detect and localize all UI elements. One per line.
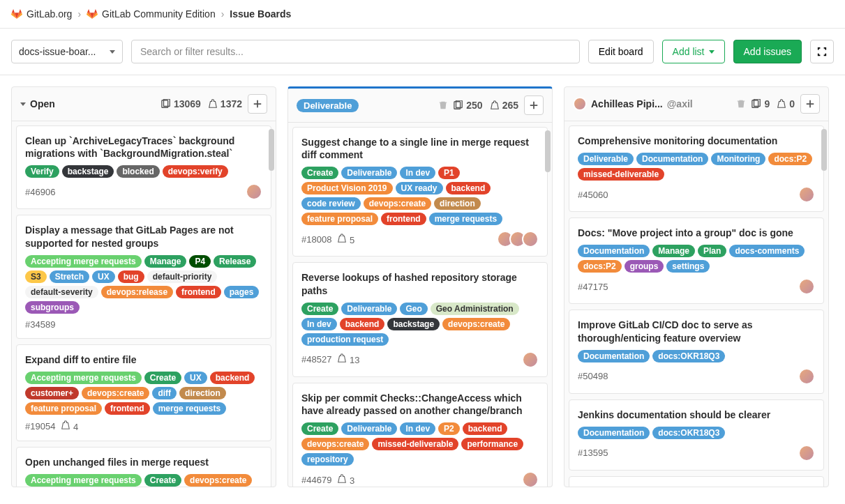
issue-label[interactable]: Create bbox=[301, 303, 338, 315]
issue-label[interactable]: devops:create bbox=[364, 197, 431, 210]
issue-label[interactable]: Deliverable bbox=[341, 167, 397, 179]
issue-label[interactable]: code review bbox=[301, 197, 361, 210]
issue-label[interactable]: groups bbox=[625, 260, 664, 273]
column-body[interactable]: Clean up `ArchiveLegacyTraces` backgroun… bbox=[12, 121, 276, 487]
issue-label[interactable]: diff bbox=[152, 387, 177, 399]
issue-label[interactable]: performance bbox=[461, 438, 523, 450]
scrollbar[interactable] bbox=[269, 129, 274, 171]
issue-card[interactable]: Improve GitLab CI/CD doc to serve as tho… bbox=[569, 310, 824, 393]
issue-label[interactable]: customer+ bbox=[25, 387, 79, 399]
assignee-avatars[interactable] bbox=[798, 445, 815, 461]
issue-label[interactable]: docs:OKR18Q3 bbox=[652, 350, 725, 362]
issue-label[interactable]: backstage bbox=[387, 318, 440, 330]
issue-label[interactable]: Accepting merge requests bbox=[25, 255, 142, 268]
issue-label[interactable]: merge requests bbox=[153, 402, 226, 415]
issue-label[interactable]: Create bbox=[144, 474, 181, 487]
issue-label[interactable]: docs-comments bbox=[729, 245, 805, 257]
issue-label[interactable]: docs:OKR18Q3 bbox=[652, 427, 725, 439]
issue-label[interactable]: merge requests bbox=[429, 213, 502, 225]
breadcrumb-project[interactable]: GitLab Community Edition bbox=[87, 8, 216, 20]
issue-label[interactable]: Accepting merge requests bbox=[25, 474, 142, 487]
issue-label[interactable]: P1 bbox=[438, 167, 460, 179]
add-card-button[interactable] bbox=[248, 94, 267, 114]
issue-label[interactable]: Accepting merge requests bbox=[25, 372, 142, 384]
issue-label[interactable]: backstage bbox=[62, 165, 114, 178]
issue-label[interactable]: backend bbox=[446, 182, 491, 194]
column-assignee[interactable]: Achilleas Pipi... @axil bbox=[573, 97, 693, 111]
issue-card[interactable]: Display a message that GitLab Pages are … bbox=[16, 215, 271, 338]
issue-label[interactable]: P2 bbox=[438, 422, 460, 435]
issue-label[interactable]: Verify bbox=[25, 165, 59, 178]
issue-label[interactable]: docs:P2 bbox=[578, 260, 622, 273]
column-label-pill[interactable]: Deliverable bbox=[297, 99, 359, 112]
add-list-button[interactable]: Add list bbox=[662, 40, 725, 63]
issue-label[interactable]: Release bbox=[214, 255, 256, 268]
issue-label[interactable]: devops:verify bbox=[163, 165, 228, 178]
issue-label[interactable]: devops:create bbox=[82, 387, 149, 399]
issue-label[interactable]: Deliverable bbox=[341, 422, 397, 435]
issue-label[interactable]: backend bbox=[463, 422, 508, 435]
issue-label[interactable]: devops:create bbox=[184, 474, 252, 487]
issue-label[interactable]: direction bbox=[434, 197, 481, 210]
column-body[interactable]: Comprehensive monitoring documentation D… bbox=[564, 121, 828, 487]
issue-label[interactable]: devops:create bbox=[301, 438, 369, 450]
issue-card[interactable]: Reverse lookups of hashed repository sto… bbox=[292, 262, 548, 376]
issue-label[interactable]: S3 bbox=[25, 270, 47, 283]
issue-label[interactable]: default-priority bbox=[147, 270, 218, 283]
column-body[interactable]: Suggest change to a single line in merge… bbox=[288, 123, 552, 487]
issue-label[interactable]: Deliverable bbox=[578, 153, 634, 165]
issue-label[interactable]: frontend bbox=[381, 213, 426, 225]
column-title[interactable]: Open bbox=[20, 98, 55, 109]
issue-card[interactable]: Comprehensive monitoring documentation D… bbox=[569, 125, 824, 212]
issue-label[interactable]: Create bbox=[301, 167, 338, 179]
issue-label[interactable]: P4 bbox=[189, 255, 211, 268]
issue-label[interactable]: frontend bbox=[105, 402, 150, 415]
issue-label[interactable]: Documentation bbox=[578, 350, 650, 362]
issue-label[interactable]: In dev bbox=[301, 318, 337, 330]
issue-label[interactable]: In dev bbox=[400, 167, 435, 179]
board-selector[interactable]: docs-issue-boar... bbox=[11, 40, 123, 63]
assignee-avatars[interactable] bbox=[522, 471, 539, 487]
issue-label[interactable]: Product Vision 2019 bbox=[301, 182, 393, 194]
issue-label[interactable]: In dev bbox=[400, 422, 435, 435]
issue-label[interactable]: Geo bbox=[400, 303, 427, 315]
issue-label[interactable]: Create bbox=[144, 372, 181, 384]
issue-label[interactable]: Documentation bbox=[578, 245, 650, 257]
assignee-avatars[interactable] bbox=[798, 186, 815, 203]
issue-card[interactable]: Skip per commit Checks::ChangeAccess whi… bbox=[292, 383, 548, 487]
issue-label[interactable]: feature proposal bbox=[25, 402, 102, 415]
issue-label[interactable]: devops:release bbox=[101, 286, 173, 298]
assignee-avatars[interactable] bbox=[798, 278, 815, 295]
issue-card[interactable]: Expand diff to entire file Accepting mer… bbox=[16, 344, 271, 441]
issue-label[interactable]: missed-deliverable bbox=[578, 168, 664, 181]
issue-label[interactable]: default-severity bbox=[25, 286, 98, 298]
issue-label[interactable]: settings bbox=[666, 260, 710, 273]
breadcrumb-org[interactable]: GitLab.org bbox=[11, 8, 72, 20]
issue-label[interactable]: blocked bbox=[117, 165, 159, 178]
issue-label[interactable]: direction bbox=[179, 387, 226, 399]
search-input[interactable] bbox=[131, 40, 580, 63]
issue-label[interactable]: Documentation bbox=[636, 153, 708, 165]
issue-label[interactable]: Monitoring bbox=[711, 153, 765, 165]
scrollbar[interactable] bbox=[821, 129, 827, 171]
issue-card[interactable]: Review and Overhaul CI/CD Docs Documenta… bbox=[569, 476, 824, 487]
issue-card[interactable]: Jenkins documentation should be clearer … bbox=[569, 399, 824, 471]
issue-label[interactable]: UX bbox=[184, 372, 207, 384]
issue-label[interactable]: production request bbox=[301, 333, 389, 346]
issue-label[interactable]: Manage bbox=[652, 245, 695, 257]
issue-label[interactable]: feature proposal bbox=[301, 213, 378, 225]
issue-card[interactable]: Open unchanged files in merge request Ac… bbox=[16, 447, 271, 487]
assignee-avatars[interactable] bbox=[246, 183, 262, 200]
issue-label[interactable]: backend bbox=[340, 318, 385, 330]
issue-label[interactable]: subgroups bbox=[25, 301, 80, 314]
assignee-avatars[interactable] bbox=[522, 351, 539, 368]
issue-label[interactable]: pages bbox=[224, 286, 260, 298]
issue-label[interactable]: backend bbox=[210, 372, 255, 384]
issue-label[interactable]: missed-deliverable bbox=[372, 438, 458, 450]
fullscreen-button[interactable] bbox=[810, 40, 834, 63]
issue-label[interactable]: Manage bbox=[144, 255, 187, 268]
edit-board-button[interactable]: Edit board bbox=[588, 40, 654, 63]
scrollbar[interactable] bbox=[545, 130, 551, 172]
issue-label[interactable]: Plan bbox=[698, 245, 726, 257]
add-card-button[interactable] bbox=[524, 96, 544, 115]
